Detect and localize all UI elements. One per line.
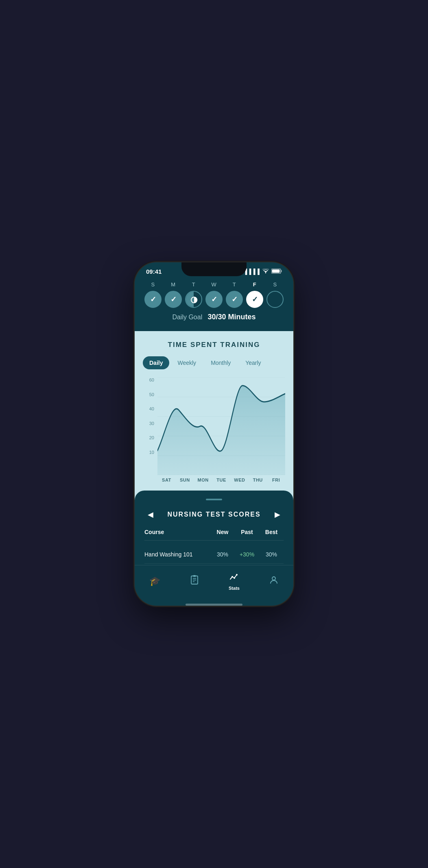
bottom-nav: 🎓 Stats	[135, 565, 293, 600]
status-icons: ▐▐▐▐	[243, 268, 282, 275]
day-col-1[interactable]: M✓	[165, 281, 182, 308]
day-circle[interactable]: ✓	[226, 291, 243, 308]
chart-tab-daily[interactable]: Daily	[143, 356, 169, 369]
col-best: Best	[259, 529, 284, 535]
svg-rect-14	[193, 575, 196, 577]
wifi-icon	[262, 268, 269, 275]
next-arrow[interactable]: ▶	[271, 508, 284, 521]
scores-header: ◀ NURSING TEST SCORES ▶	[144, 508, 284, 521]
day-label: S	[151, 281, 155, 288]
scores-table: Course New Past Best Hand Washing 101 30…	[144, 529, 284, 565]
prev-arrow[interactable]: ◀	[144, 508, 157, 521]
chart-tab-yearly[interactable]: Yearly	[239, 356, 267, 369]
day-circle[interactable]: ◑	[185, 291, 202, 308]
daily-goal: Daily Goal 30/30 Minutes	[143, 313, 285, 321]
drag-handle	[206, 499, 222, 500]
svg-point-0	[265, 273, 266, 273]
day-label: S	[273, 281, 277, 288]
x-axis-labels: SAT SUN MON TUE WED THU FRI	[143, 478, 285, 482]
nav-item-notes[interactable]	[183, 574, 206, 589]
learn-icon: 🎓	[149, 576, 160, 587]
svg-rect-3	[272, 269, 280, 273]
time: 09:41	[146, 268, 162, 275]
stats-label: Stats	[229, 586, 240, 591]
battery-icon	[271, 268, 282, 275]
scores-section: ◀ NURSING TEST SCORES ▶ Course New Past …	[135, 491, 293, 565]
day-col-5[interactable]: F✓	[246, 281, 263, 308]
day-col-0[interactable]: S✓	[144, 281, 162, 308]
table-row: Hand Washing 101 30% +30% 30%	[144, 545, 284, 564]
day-col-2[interactable]: T◑	[185, 281, 202, 308]
stats-icon	[229, 572, 239, 584]
col-new: New	[210, 529, 235, 535]
chart-svg	[157, 377, 285, 475]
notch	[181, 262, 247, 276]
day-label: F	[253, 281, 256, 288]
profile-icon	[269, 575, 279, 587]
day-label: M	[171, 281, 175, 288]
past-1: +30%	[235, 551, 259, 558]
svg-point-15	[231, 576, 233, 578]
chart-tab-weekly[interactable]: Weekly	[171, 356, 203, 369]
day-col-4[interactable]: T✓	[226, 281, 243, 308]
day-circle[interactable]	[266, 291, 284, 308]
course-name-1: Hand Washing 101	[144, 551, 210, 558]
nav-item-learn[interactable]: 🎓	[143, 574, 167, 588]
day-label: W	[212, 281, 217, 288]
day-circle[interactable]: ✓	[205, 291, 223, 308]
header-section: S✓M✓T◑W✓T✓F✓S Daily Goal 30/30 Minutes	[135, 277, 293, 331]
svg-point-17	[236, 574, 238, 576]
home-indicator	[186, 604, 242, 606]
day-circle[interactable]: ✓	[246, 291, 263, 308]
svg-point-18	[272, 577, 275, 580]
scores-title: NURSING TEST SCORES	[167, 511, 260, 518]
day-label: T	[233, 281, 236, 288]
chart-title: TIME SPENT TRAINING	[143, 341, 285, 349]
daily-goal-value: 30/30 Minutes	[208, 313, 256, 321]
best-1: 30%	[259, 551, 284, 558]
main-content: TIME SPENT TRAINING DailyWeeklyMonthlyYe…	[135, 331, 293, 565]
svg-rect-2	[281, 270, 282, 272]
nav-item-profile[interactable]	[262, 574, 285, 589]
chart-section: TIME SPENT TRAINING DailyWeeklyMonthlyYe…	[135, 331, 293, 491]
chart-container: 60 50 40 30 20 10	[143, 377, 285, 475]
nav-item-stats[interactable]: Stats	[222, 570, 246, 592]
y-axis-labels: 60 50 40 30 20 10	[143, 377, 154, 459]
daily-goal-label: Daily Goal	[172, 314, 202, 321]
day-circle[interactable]: ✓	[144, 291, 162, 308]
day-col-3[interactable]: W✓	[205, 281, 223, 308]
day-circle[interactable]: ✓	[165, 291, 182, 308]
phone-shell: 09:41 ▐▐▐▐ S✓M✓T◑W✓T✓F✓S	[135, 262, 293, 606]
chart-tab-monthly[interactable]: Monthly	[204, 356, 237, 369]
new-1: 30%	[210, 551, 235, 558]
day-label: T	[192, 281, 195, 288]
svg-point-16	[234, 577, 235, 579]
week-days: S✓M✓T◑W✓T✓F✓S	[143, 281, 285, 308]
col-course: Course	[144, 529, 210, 535]
col-past: Past	[235, 529, 259, 535]
chart-tabs: DailyWeeklyMonthlyYearly	[143, 356, 285, 369]
notes-icon	[190, 575, 199, 587]
table-header: Course New Past Best	[144, 529, 284, 541]
day-col-6[interactable]: S	[266, 281, 284, 308]
